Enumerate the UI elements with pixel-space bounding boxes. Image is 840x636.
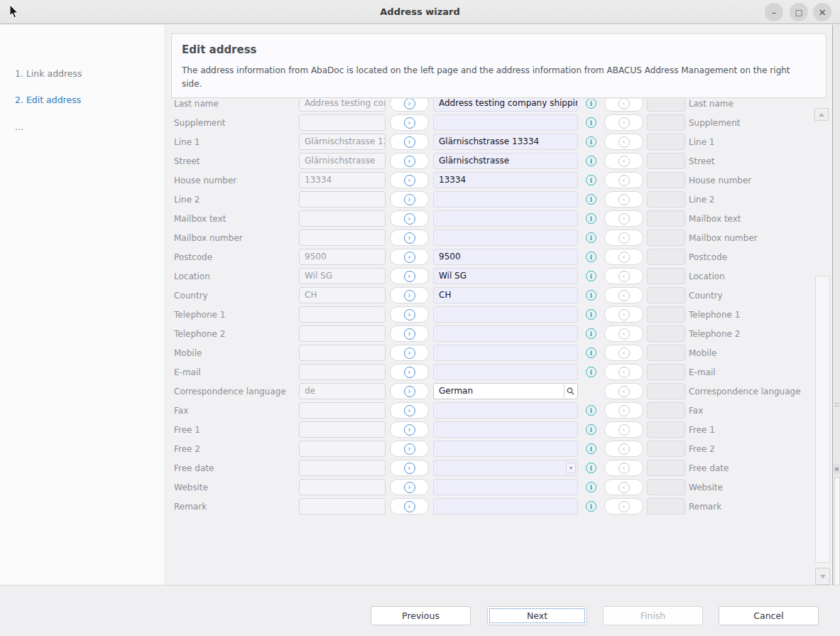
search-button[interactable] (564, 384, 577, 398)
copy-to-abadoc-button[interactable]: ‹ (604, 99, 643, 112)
abacus-input[interactable] (433, 479, 578, 495)
abadoc-input[interactable] (299, 325, 386, 342)
abadoc-input[interactable]: Glärnischstrasse (299, 153, 386, 169)
copy-to-abacus-button[interactable]: › (390, 383, 429, 399)
abacus-input[interactable] (433, 402, 578, 419)
info-icon[interactable]: i (586, 290, 596, 301)
info-icon[interactable]: i (586, 194, 596, 205)
abadoc-input[interactable] (299, 230, 386, 246)
info-icon[interactable]: i (586, 482, 596, 492)
abacus-input[interactable] (433, 498, 578, 514)
abadoc-input[interactable] (299, 441, 386, 457)
copy-to-abadoc-button[interactable]: ‹ (604, 345, 643, 361)
copy-to-abacus-button[interactable]: › (390, 479, 429, 495)
copy-to-abadoc-button[interactable]: ‹ (604, 421, 643, 438)
abacus-input[interactable] (433, 421, 578, 438)
abadoc-input[interactable] (299, 402, 386, 419)
info-icon[interactable]: i (586, 213, 596, 224)
abadoc-input[interactable]: Wil SG (299, 268, 386, 284)
abacus-input[interactable] (433, 114, 578, 131)
abadoc-input[interactable] (299, 364, 386, 380)
abacus-input[interactable] (433, 210, 578, 227)
extra-input[interactable] (647, 364, 685, 380)
info-icon[interactable]: i (586, 271, 596, 281)
info-icon[interactable]: i (586, 367, 596, 377)
copy-to-abadoc-button[interactable]: ‹ (604, 441, 643, 457)
extra-input[interactable] (647, 114, 685, 131)
abacus-input[interactable] (433, 345, 578, 361)
abacus-input[interactable]: German (433, 383, 578, 399)
copy-to-abacus-button[interactable]: › (390, 172, 429, 188)
copy-to-abadoc-button[interactable]: ‹ (604, 460, 643, 476)
extra-input[interactable] (647, 383, 685, 399)
copy-to-abacus-button[interactable]: › (390, 306, 429, 323)
copy-to-abadoc-button[interactable]: ‹ (604, 268, 643, 284)
abadoc-input[interactable] (299, 210, 386, 227)
abadoc-input[interactable]: Address testing company (299, 99, 386, 112)
extra-input[interactable] (647, 402, 685, 419)
extra-input[interactable] (647, 134, 685, 150)
abadoc-input[interactable] (299, 306, 386, 323)
copy-to-abadoc-button[interactable]: ‹ (604, 114, 643, 131)
copy-to-abacus-button[interactable]: › (390, 364, 429, 380)
copy-to-abacus-button[interactable]: › (390, 114, 429, 131)
extra-input[interactable] (647, 191, 685, 207)
copy-to-abacus-button[interactable]: › (390, 153, 429, 169)
extra-input[interactable] (647, 268, 685, 284)
abadoc-input[interactable] (299, 479, 386, 495)
copy-to-abadoc-button[interactable]: ‹ (604, 210, 643, 227)
extra-input[interactable] (647, 498, 685, 514)
info-icon[interactable]: i (586, 347, 596, 358)
copy-to-abacus-button[interactable]: › (390, 99, 429, 112)
abacus-input[interactable]: CH (433, 287, 578, 303)
info-icon[interactable]: i (586, 463, 596, 473)
abacus-input[interactable]: Glärnischstrasse (433, 153, 578, 169)
copy-to-abadoc-button[interactable]: ‹ (604, 498, 643, 514)
scroll-up-button[interactable] (814, 108, 829, 121)
copy-to-abadoc-button[interactable]: ‹ (604, 172, 643, 188)
abacus-input[interactable]: 13334 (433, 172, 578, 188)
info-icon[interactable]: i (586, 156, 596, 166)
copy-to-abacus-button[interactable]: › (390, 134, 429, 150)
copy-to-abadoc-button[interactable]: ‹ (604, 230, 643, 246)
copy-to-abacus-button[interactable]: › (390, 210, 429, 227)
extra-input[interactable] (647, 325, 685, 342)
scrollbar-thumb[interactable] (815, 276, 830, 563)
sidebar-step-edit-address[interactable]: 2. Edit address (15, 95, 81, 105)
panel-close-icon[interactable]: × (833, 464, 840, 474)
splitter-grip[interactable] (834, 403, 839, 406)
sidebar-step-link-address[interactable]: 1. Link address (15, 68, 82, 79)
info-icon[interactable]: i (586, 328, 596, 339)
copy-to-abacus-button[interactable]: › (390, 402, 429, 419)
abacus-input[interactable]: ▾ (433, 460, 578, 476)
copy-to-abadoc-button[interactable]: ‹ (604, 287, 643, 303)
extra-input[interactable] (647, 172, 685, 188)
scroll-down-button[interactable] (815, 568, 830, 585)
info-icon[interactable]: i (586, 232, 596, 243)
copy-to-abadoc-button[interactable]: ‹ (604, 306, 643, 323)
copy-to-abacus-button[interactable]: › (390, 421, 429, 438)
info-icon[interactable]: i (586, 136, 596, 147)
copy-to-abadoc-button[interactable]: ‹ (604, 153, 643, 169)
abacus-input[interactable] (433, 306, 578, 323)
extra-input[interactable] (647, 287, 685, 303)
extra-input[interactable] (647, 441, 685, 457)
dropdown-arrow-icon[interactable]: ▾ (566, 463, 576, 473)
info-icon[interactable]: i (586, 175, 596, 185)
copy-to-abacus-button[interactable]: › (390, 287, 429, 303)
extra-input[interactable] (647, 479, 685, 495)
copy-to-abadoc-button[interactable]: ‹ (604, 249, 643, 265)
abadoc-input[interactable]: CH (299, 287, 386, 303)
abacus-input[interactable]: 9500 (433, 249, 578, 265)
copy-to-abacus-button[interactable]: › (390, 230, 429, 246)
extra-input[interactable] (647, 230, 685, 246)
extra-input[interactable] (647, 99, 685, 112)
abacus-input[interactable]: Wil SG (433, 268, 578, 284)
abacus-input[interactable] (433, 230, 578, 246)
previous-button[interactable]: Previous (371, 606, 471, 625)
abadoc-input[interactable] (299, 421, 386, 438)
extra-input[interactable] (647, 210, 685, 227)
info-icon[interactable]: i (586, 424, 596, 435)
extra-input[interactable] (647, 306, 685, 323)
abacus-input[interactable]: Address testing company shipping (433, 99, 578, 112)
